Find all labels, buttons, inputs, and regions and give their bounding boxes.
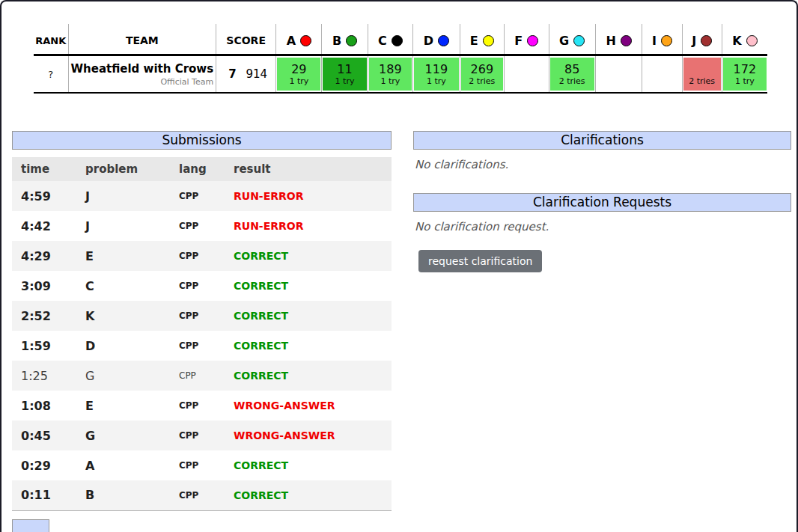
try-count: 2 tries — [469, 76, 495, 87]
problem-column-header: E — [460, 24, 504, 55]
problem-score-block: 269 2 tries — [461, 58, 503, 91]
submission-row[interactable]: 4:29 E CPP CORRECT — [12, 241, 392, 271]
problem-label: J — [692, 34, 696, 48]
submission-result: WRONG-ANSWER — [225, 391, 392, 421]
submission-time: 2:52 — [12, 301, 76, 331]
submission-time: 4:29 — [12, 241, 76, 271]
balloon-icon — [483, 35, 494, 46]
solve-time: 269 — [471, 62, 494, 76]
submission-result: CORRECT — [225, 480, 392, 510]
request-clarification-button[interactable]: request clarification — [418, 250, 542, 272]
submission-row[interactable]: 0:29 A CPP CORRECT — [12, 450, 392, 480]
submission-result: WRONG-ANSWER — [225, 421, 392, 450]
scoreboard: RANK TEAM SCORE A B C D E F — [34, 24, 767, 94]
problem-score-block — [643, 58, 680, 91]
submission-lang: CPP — [170, 361, 225, 391]
submission-problem: B — [76, 480, 170, 510]
balloon-icon — [300, 35, 311, 46]
problem-column-header: J — [682, 24, 722, 55]
submission-result: CORRECT — [225, 331, 392, 361]
problem-label: A — [287, 34, 296, 48]
result-column-header: result — [225, 157, 392, 181]
problem-score-cell: 269 2 tries — [460, 55, 504, 94]
clarifications-panel-title: Clarifications — [413, 131, 791, 150]
submission-row[interactable]: 1:25 G CPP CORRECT — [12, 361, 392, 391]
try-count: 1 try — [289, 76, 308, 87]
team-column-header: TEAM — [68, 24, 216, 55]
scoreboard-team-row: ? Wheatfield with Crows Official Team 7 … — [34, 55, 767, 94]
balloon-icon — [346, 35, 357, 46]
clarification-requests-panel-title: Clarification Requests — [413, 193, 791, 212]
solve-time: 172 — [734, 62, 757, 76]
clarifications-column: Clarifications No clarifications. Clarif… — [413, 131, 791, 272]
problem-column-header: C — [368, 24, 413, 55]
lang-column-header: lang — [170, 157, 225, 181]
page-frame: RANK TEAM SCORE A B C D E F — [0, 0, 798, 532]
total-time: 914 — [246, 67, 268, 81]
submission-problem: C — [76, 271, 170, 301]
submission-row[interactable]: 2:52 K CPP CORRECT — [12, 301, 392, 331]
submission-problem: G — [76, 421, 170, 450]
submission-time: 0:45 — [12, 421, 76, 450]
submission-problem: J — [76, 211, 170, 241]
try-count: 1 try — [735, 76, 755, 87]
scoreboard-header-row: RANK TEAM SCORE A B C D E F — [34, 24, 767, 55]
submission-row[interactable]: 1:08 E CPP WRONG-ANSWER — [12, 391, 392, 421]
problem-label: K — [732, 34, 741, 48]
submission-problem: E — [76, 241, 170, 271]
problem-column-header: K — [722, 24, 767, 55]
submission-result: CORRECT — [225, 301, 392, 331]
submission-time: 3:09 — [12, 271, 76, 301]
balloon-icon — [392, 35, 403, 46]
problem-score-cell: 119 1 try — [413, 55, 460, 94]
problem-score-cell: 85 2 tries — [549, 55, 595, 94]
score-cell: 7 914 — [216, 55, 276, 94]
solve-time: 189 — [379, 62, 402, 76]
partial-panel-header — [12, 519, 49, 532]
problem-column-header: F — [505, 24, 549, 55]
problem-score-block: 85 2 tries — [550, 58, 594, 91]
submission-row[interactable]: 0:45 G CPP WRONG-ANSWER — [12, 421, 392, 450]
submission-result: CORRECT — [225, 361, 392, 391]
problem-column-header: problem — [76, 157, 170, 181]
submission-row[interactable]: 1:59 D CPP CORRECT — [12, 331, 392, 361]
problem-score-cell: 172 1 try — [722, 55, 767, 94]
submission-problem: D — [76, 331, 170, 361]
submission-lang: CPP — [170, 211, 225, 241]
problem-score-cell — [505, 55, 549, 94]
submission-problem: J — [76, 181, 170, 211]
submission-lang: CPP — [170, 391, 225, 421]
balloon-icon — [621, 35, 632, 46]
submission-row[interactable]: 4:42 J CPP RUN-ERROR — [12, 211, 392, 241]
problem-score-cell — [595, 55, 642, 94]
solve-time: 29 — [291, 62, 306, 76]
problem-score-block: 172 1 try — [723, 58, 767, 91]
submission-time: 1:08 — [12, 391, 76, 421]
problem-score-block: 2 tries — [683, 58, 721, 91]
problem-score-cell: 189 1 try — [368, 55, 413, 94]
submission-result: RUN-ERROR — [225, 211, 392, 241]
problem-score-block — [505, 58, 547, 91]
submission-lang: CPP — [170, 421, 225, 450]
try-count: 1 try — [335, 76, 355, 87]
submission-row[interactable]: 4:59 J CPP RUN-ERROR — [12, 181, 392, 211]
submission-row[interactable]: 0:11 B CPP CORRECT — [12, 480, 392, 510]
submissions-header-row: time problem lang result — [12, 157, 392, 181]
submission-time: 4:59 — [12, 181, 76, 211]
submission-row[interactable]: 3:09 C CPP CORRECT — [12, 271, 392, 301]
balloon-icon — [527, 35, 538, 46]
try-count: 1 try — [427, 76, 446, 87]
submission-lang: CPP — [170, 241, 225, 271]
rank-column-header: RANK — [34, 24, 68, 55]
team-category: Official Team — [71, 77, 214, 87]
solved-count: 7 — [228, 67, 236, 81]
submission-time: 0:29 — [12, 450, 76, 480]
problem-column-header: H — [595, 24, 642, 55]
solve-time: 119 — [425, 62, 448, 76]
no-clarifications-text: No clarifications. — [415, 158, 791, 171]
submission-lang: CPP — [170, 331, 225, 361]
problem-score-block: 189 1 try — [369, 58, 412, 91]
time-column-header: time — [12, 157, 76, 181]
problem-label: F — [514, 34, 523, 48]
submission-result: CORRECT — [225, 450, 392, 480]
